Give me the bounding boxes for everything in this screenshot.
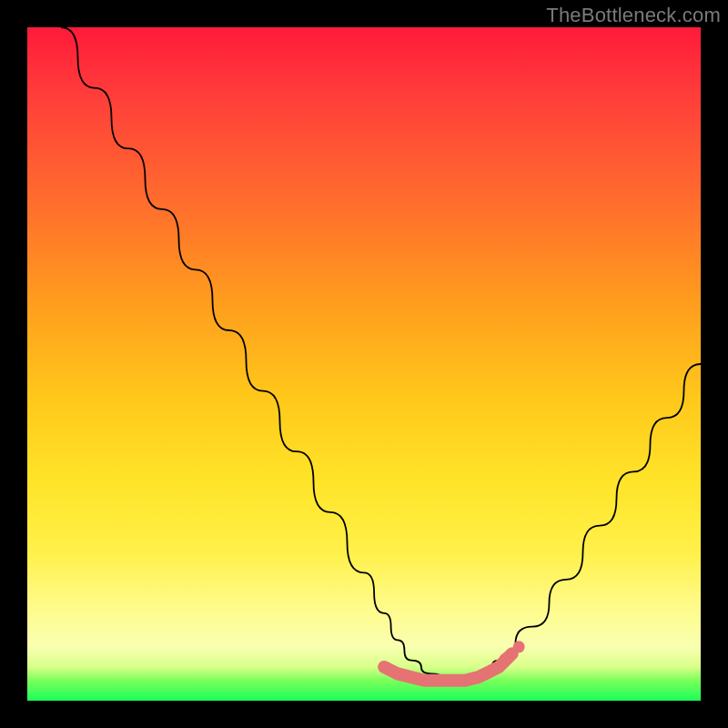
curve-line: [61, 27, 701, 681]
bottleneck-curve: [27, 27, 701, 701]
curve-line-group: [61, 27, 701, 681]
marker-dot: [500, 653, 511, 665]
plot-area: [27, 27, 701, 701]
chart-stage: TheBottleneck.com: [0, 0, 728, 728]
watermark-text: TheBottleneck.com: [546, 4, 721, 27]
valley-highlight: [384, 653, 512, 681]
marker-dots: [384, 641, 525, 681]
marker-dot: [513, 641, 525, 652]
